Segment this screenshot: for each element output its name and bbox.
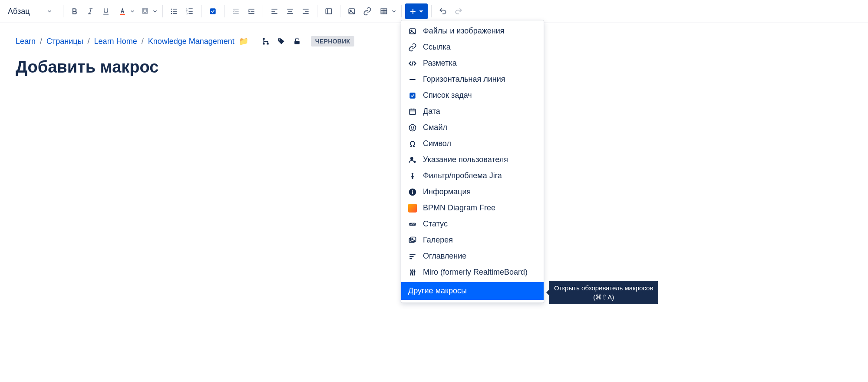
toolbar-separator	[401, 5, 402, 17]
svg-rect-21	[235, 11, 238, 12]
layout-button[interactable]	[321, 3, 337, 19]
breadcrumb-link[interactable]: Learn Home	[94, 37, 137, 46]
svg-rect-22	[233, 13, 238, 14]
chevron-down-icon	[152, 8, 158, 14]
breadcrumb-separator: /	[40, 37, 42, 46]
menu-item-task-list[interactable]: Список задач	[401, 87, 544, 90]
underline-button[interactable]	[98, 3, 114, 19]
breadcrumb-separator: /	[142, 37, 144, 46]
svg-rect-5	[120, 14, 125, 15]
redo-button[interactable]	[451, 3, 466, 19]
toolbar-separator	[263, 5, 263, 17]
menu-item-horizontal-rule[interactable]: Горизонтальная линия	[401, 71, 544, 87]
svg-rect-10	[173, 9, 177, 10]
toolbar-separator	[340, 5, 340, 17]
indent-button[interactable]	[244, 3, 259, 19]
svg-rect-31	[287, 9, 293, 10]
svg-rect-37	[326, 9, 331, 14]
bullet-list-button[interactable]	[166, 3, 182, 19]
code-icon	[408, 59, 417, 68]
image-icon	[408, 27, 417, 36]
svg-rect-11	[173, 11, 177, 12]
svg-rect-18	[188, 13, 192, 14]
link-button[interactable]	[360, 3, 375, 19]
menu-item-label: Разметка	[423, 59, 457, 68]
svg-rect-19	[210, 8, 215, 14]
svg-rect-30	[271, 13, 277, 14]
svg-rect-48	[263, 38, 264, 40]
toolbar-separator	[162, 5, 163, 17]
svg-line-55	[412, 61, 413, 66]
chevron-down-icon	[129, 8, 135, 14]
plus-icon	[409, 7, 417, 16]
toolbar-separator	[431, 5, 432, 17]
chevron-down-icon	[391, 8, 397, 14]
align-center-button[interactable]	[282, 3, 298, 19]
svg-rect-52	[294, 41, 300, 44]
chevron-down-icon	[418, 8, 424, 14]
toolbar-separator	[201, 5, 201, 17]
numbered-list-button[interactable]: 123	[182, 3, 198, 19]
outdent-button[interactable]	[228, 3, 244, 19]
draft-badge: ЧЕРНОВИК	[311, 36, 355, 47]
folder-icon: 📁	[239, 37, 248, 46]
svg-rect-12	[173, 13, 177, 14]
svg-rect-49	[263, 43, 264, 44]
hierarchy-icon[interactable]	[261, 37, 270, 46]
align-left-button[interactable]	[267, 3, 282, 19]
svg-rect-28	[271, 9, 277, 10]
svg-rect-33	[287, 13, 293, 14]
breadcrumb-link[interactable]: Knowledge Management	[148, 37, 234, 46]
svg-point-9	[171, 13, 172, 14]
paragraph-style-label: Абзац	[8, 7, 30, 16]
text-color-button[interactable]	[114, 3, 136, 19]
svg-rect-32	[288, 11, 291, 12]
svg-point-8	[171, 11, 172, 12]
svg-rect-20	[233, 9, 238, 10]
bold-button[interactable]	[67, 3, 83, 19]
svg-rect-41	[381, 9, 386, 14]
menu-item-markup[interactable]: Разметка	[401, 55, 544, 71]
horizontal-rule-icon	[408, 75, 417, 84]
page-action-icons	[261, 37, 301, 46]
image-button[interactable]	[344, 3, 360, 19]
svg-line-2	[89, 9, 91, 14]
align-right-button[interactable]	[298, 3, 314, 19]
breadcrumb-link[interactable]: Страницы	[46, 37, 83, 46]
table-button[interactable]	[375, 3, 398, 19]
breadcrumb-link[interactable]: Learn	[16, 37, 36, 46]
breadcrumb-separator: /	[88, 37, 90, 46]
task-list-button[interactable]	[205, 3, 221, 19]
svg-rect-34	[303, 9, 308, 10]
unlock-icon[interactable]	[293, 37, 301, 46]
paragraph-style-select[interactable]: Абзац	[4, 5, 56, 18]
highlight-button[interactable]	[136, 3, 159, 19]
svg-rect-35	[305, 11, 308, 12]
menu-item-label: Файлы и изображения	[423, 27, 505, 36]
menu-item-link[interactable]: Ссылка	[401, 39, 544, 55]
insert-button[interactable]	[405, 3, 428, 19]
undo-button[interactable]	[435, 3, 451, 19]
svg-rect-29	[271, 11, 275, 12]
svg-text:3: 3	[186, 12, 187, 15]
svg-rect-16	[188, 8, 192, 9]
toolbar-separator	[317, 5, 317, 17]
svg-rect-17	[188, 11, 192, 12]
svg-rect-36	[303, 13, 308, 14]
italic-button[interactable]	[83, 3, 98, 19]
svg-point-51	[279, 39, 280, 40]
menu-item-label: Ссылка	[423, 43, 451, 52]
insert-dropdown: Файлы и изображения Ссылка Разметка Гори…	[401, 20, 544, 90]
svg-point-7	[171, 9, 172, 10]
label-icon[interactable]	[277, 37, 286, 46]
toolbar-separator	[224, 5, 224, 17]
menu-item-files-images[interactable]: Файлы и изображения	[401, 23, 544, 39]
link-icon	[408, 43, 417, 52]
svg-marker-23	[233, 10, 234, 13]
svg-rect-50	[267, 43, 268, 44]
toolbar-separator	[63, 5, 63, 17]
svg-rect-26	[248, 13, 254, 14]
svg-rect-25	[251, 11, 254, 12]
chevron-down-icon	[46, 8, 53, 14]
svg-marker-27	[248, 10, 250, 13]
